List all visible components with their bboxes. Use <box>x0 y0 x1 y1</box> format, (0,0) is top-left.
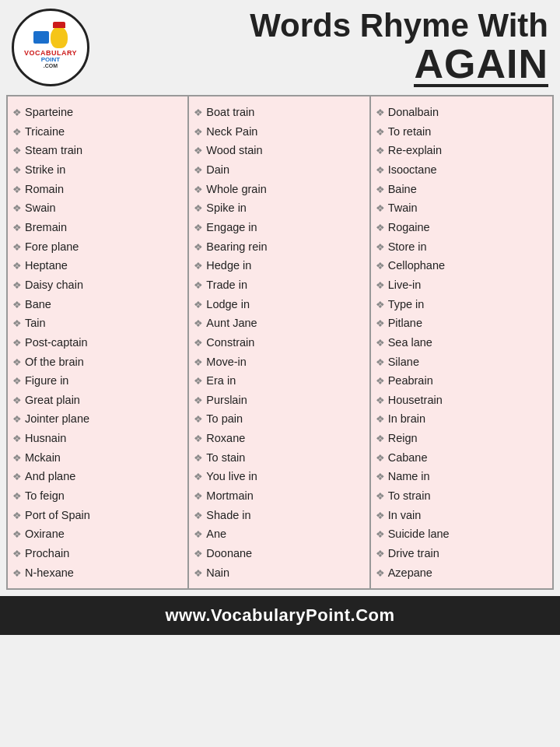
word-text: Of the brain <box>25 352 84 372</box>
word-text: Ane <box>206 524 226 544</box>
word-text: Rogaine <box>388 218 430 237</box>
list-item: ❖Cellophane <box>376 256 548 275</box>
diamond-icon: ❖ <box>376 124 385 141</box>
diamond-icon: ❖ <box>12 258 22 275</box>
diamond-icon: ❖ <box>12 104 22 121</box>
word-text: Bane <box>25 295 51 314</box>
list-item: ❖To stain <box>194 448 364 468</box>
book-icon <box>33 31 49 44</box>
word-text: To feign <box>25 486 65 506</box>
word-text: Neck Pain <box>206 122 257 142</box>
diamond-icon: ❖ <box>12 335 22 352</box>
list-item: ❖Re-explain <box>376 141 548 160</box>
diamond-icon: ❖ <box>12 162 22 179</box>
diamond-icon: ❖ <box>12 239 22 256</box>
diamond-icon: ❖ <box>376 392 385 409</box>
list-item: ❖Tricaine <box>12 122 183 142</box>
word-text: Romain <box>25 180 64 199</box>
diamond-icon: ❖ <box>194 239 203 256</box>
word-text: Steam train <box>25 141 82 160</box>
diamond-icon: ❖ <box>194 181 203 198</box>
word-text: Whole grain <box>206 180 266 199</box>
diamond-icon: ❖ <box>376 239 385 256</box>
diamond-icon: ❖ <box>194 354 203 371</box>
footer: www.VocabularyPoint.Com <box>0 596 560 635</box>
diamond-icon: ❖ <box>12 450 22 467</box>
character-icon <box>51 26 68 48</box>
list-item: ❖Constrain <box>194 333 364 352</box>
word-text: Suicide lane <box>388 524 450 544</box>
diamond-icon: ❖ <box>194 507 203 524</box>
word-text: Cellophane <box>388 256 445 275</box>
word-text: Oxirane <box>25 524 65 544</box>
list-item: ❖And plane <box>12 467 183 486</box>
list-item: ❖Bremain <box>12 218 183 237</box>
list-item: ❖Of the brain <box>12 352 183 372</box>
diamond-icon: ❖ <box>376 219 385 237</box>
list-item: ❖Ane <box>194 524 364 544</box>
word-text: Engage in <box>206 218 257 237</box>
word-text: Era in <box>206 371 236 391</box>
diamond-icon: ❖ <box>376 430 385 447</box>
list-item: ❖Daisy chain <box>12 275 183 295</box>
list-item: ❖To strain <box>376 486 548 506</box>
word-text: Housetrain <box>388 391 443 410</box>
list-item: ❖In brain <box>376 409 548 429</box>
diamond-icon: ❖ <box>194 565 203 582</box>
logo-com-text: .COM <box>44 63 58 68</box>
list-item: ❖Oxirane <box>12 524 183 544</box>
diamond-icon: ❖ <box>194 392 203 409</box>
word-text: To pain <box>206 409 243 429</box>
list-item: ❖Azepane <box>376 563 548 583</box>
word-text: Mckain <box>25 448 61 468</box>
list-item: ❖Whole grain <box>194 180 364 199</box>
diamond-icon: ❖ <box>194 162 203 179</box>
list-item: ❖Great plain <box>12 391 183 410</box>
table-grid: ❖Sparteine❖Tricaine❖Steam train❖Strike i… <box>8 96 552 588</box>
diamond-icon: ❖ <box>194 219 203 237</box>
list-item: ❖Name in <box>376 467 548 486</box>
diamond-icon: ❖ <box>376 258 385 275</box>
list-item: ❖In vain <box>376 506 548 525</box>
list-item: ❖Cabane <box>376 448 548 468</box>
list-item: ❖Bane <box>12 295 183 314</box>
word-text: Store in <box>388 237 427 257</box>
list-item: ❖N-hexane <box>12 563 183 583</box>
list-item: ❖Heptane <box>12 256 183 275</box>
diamond-icon: ❖ <box>12 277 22 294</box>
column-1: ❖Sparteine❖Tricaine❖Steam train❖Strike i… <box>8 96 189 588</box>
list-item: ❖Dain <box>194 160 364 180</box>
list-item: ❖Nain <box>194 563 364 583</box>
word-text: Twain <box>388 198 418 218</box>
diamond-icon: ❖ <box>376 181 385 198</box>
diamond-icon: ❖ <box>194 104 203 121</box>
diamond-icon: ❖ <box>376 507 385 524</box>
diamond-icon: ❖ <box>12 392 22 409</box>
word-text: Shade in <box>206 506 250 525</box>
diamond-icon: ❖ <box>194 545 203 563</box>
list-item: ❖Romain <box>12 180 183 199</box>
header: VOCABULARY POINT .COM Words Rhyme With A… <box>0 0 560 95</box>
list-item: ❖Fore plane <box>12 237 183 257</box>
list-item: ❖Suicide lane <box>376 524 548 544</box>
list-item: ❖Purslain <box>194 391 364 410</box>
diamond-icon: ❖ <box>376 142 385 160</box>
diamond-icon: ❖ <box>12 507 22 524</box>
word-text: Dain <box>206 160 229 180</box>
word-text: Great plain <box>25 391 80 410</box>
diamond-icon: ❖ <box>12 181 22 198</box>
word-text: Live-in <box>388 275 422 295</box>
diamond-icon: ❖ <box>12 219 22 237</box>
word-text: Type in <box>388 295 425 314</box>
diamond-icon: ❖ <box>376 162 385 179</box>
word-text: Lodge in <box>206 295 250 314</box>
list-item: ❖Steam train <box>12 141 183 160</box>
list-item: ❖Bearing rein <box>194 237 364 257</box>
list-item: ❖Lodge in <box>194 295 364 314</box>
list-item: ❖To pain <box>194 409 364 429</box>
diamond-icon: ❖ <box>376 488 385 505</box>
word-text: Bearing rein <box>206 237 267 257</box>
word-text: Boat train <box>206 103 254 122</box>
word-text: Move-in <box>206 352 247 372</box>
word-text: Wood stain <box>206 141 262 160</box>
